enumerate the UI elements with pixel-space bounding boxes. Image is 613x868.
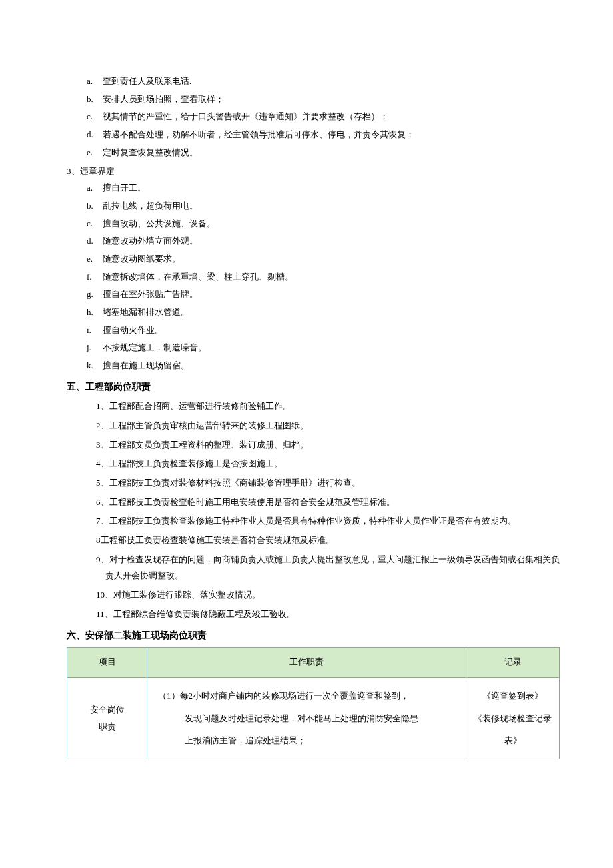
marker: e.: [87, 251, 103, 268]
item-text: 擅自开工。: [103, 183, 146, 193]
cell-duty: （1）每2小时对商户铺内的装修现场进行一次全覆盖巡查和签到， 发现问题及时处理记…: [147, 677, 466, 759]
item-text: 随意拆改墙体，在承重墙、梁、柱上穿孔、剔槽。: [103, 272, 293, 282]
item-text: 不按规定施工，制造噪音。: [103, 342, 207, 352]
marker: k.: [87, 358, 103, 374]
marker: c.: [87, 216, 103, 232]
list-item: 9、对于检查发现存在的问题，向商铺负责人或施工负责人提出整改意见，重大问题汇报上…: [96, 552, 560, 584]
marker: i.: [87, 322, 103, 339]
list-item: 2、工程部主管负责审核由运营部转来的装修工程图纸。: [96, 418, 560, 434]
list-item: 5、工程部技工负责对装修材料按照《商铺装修管理手册》进行检查。: [96, 475, 560, 492]
header-record: 记录: [466, 648, 560, 678]
list-item: e.定时复查恢复整改情况。: [87, 145, 560, 161]
list-item: b.安排人员到场拍照，查看取样；: [87, 91, 560, 108]
item-text: 乱拉电线，超负荷用电。: [103, 201, 198, 211]
item-text: 查到责任人及联系电话.: [103, 76, 191, 86]
marker: f.: [87, 269, 103, 286]
item-text: 擅自在室外张贴广告牌。: [103, 289, 198, 299]
list-item: i.擅自动火作业。: [87, 322, 560, 339]
list-item: j.不按规定施工，制造噪音。: [87, 340, 560, 356]
header-duty: 工作职责: [147, 648, 466, 678]
section-3-list: a.擅自开工。 b.乱拉电线，超负荷用电。 c.擅自改动、公共设施、设备。 d.…: [87, 180, 560, 374]
list-item: e.随意改动图纸要求。: [87, 251, 560, 268]
sublist-a: a.查到责任人及联系电话. b.安排人员到场拍照，查看取样； c.视其情节的严重…: [87, 73, 560, 161]
cell-line: （1）每2小时对商户铺内的装修现场进行一次全覆盖巡查和签到，: [158, 685, 460, 707]
list-item: 8工程部技工负责检查装修施工安装是否符合安装规范及标准。: [96, 532, 560, 549]
marker: g.: [87, 286, 103, 303]
item-text: 随意改动外墙立面外观。: [103, 236, 198, 246]
cell-line: 表》: [472, 729, 554, 752]
item-text: 擅自动火作业。: [103, 325, 163, 335]
item-text: 堵塞地漏和排水管道。: [103, 307, 189, 317]
marker: b.: [87, 91, 103, 108]
table-row: 安全岗位 职责 （1）每2小时对商户铺内的装修现场进行一次全覆盖巡查和签到， 发…: [67, 677, 560, 759]
marker: e.: [87, 145, 103, 161]
cell-line: 发现问题及时处理记录处理，对不能马上处理的消防安全隐患: [158, 707, 460, 730]
duties-table: 项目 工作职责 记录 安全岗位 职责 （1）每2小时对商户铺内的装修现场进行一次…: [67, 647, 560, 759]
list-item: 11、工程部综合维修负责装修隐蔽工程及竣工验收。: [96, 606, 560, 623]
marker: a.: [87, 180, 103, 197]
list-item: a.查到责任人及联系电话.: [87, 73, 560, 90]
list-item: 7、工程部技工负责检查装修施工特种作业人员是否具有特种作业资质，特种作业人员作业…: [96, 513, 560, 530]
marker: d.: [87, 233, 103, 250]
cell-record: 《巡查签到表》 《装修现场检查记录 表》: [466, 677, 560, 759]
item-text: 若遇不配合处理，劝解不听者，经主管领导批准后可停水、停电，并责令其恢复；: [103, 129, 414, 139]
list-item: b.乱拉电线，超负荷用电。: [87, 198, 560, 215]
list-item: a.擅自开工。: [87, 180, 560, 197]
list-item: 1、工程部配合招商、运营部进行装修前验铺工作。: [96, 398, 560, 415]
list-item: 10、对施工装修进行跟踪、落实整改情况。: [96, 587, 560, 604]
list-item: d.若遇不配合处理，劝解不听者，经主管领导批准后可停水、停电，并责令其恢复；: [87, 127, 560, 143]
item-text: 安排人员到场拍照，查看取样；: [103, 94, 224, 104]
section-5-list: 1、工程部配合招商、运营部进行装修前验铺工作。 2、工程部主管负责审核由运营部转…: [96, 398, 560, 622]
list-item: 6、工程部技工负责检查临时施工用电安装使用是否符合安全规范及管理标准。: [96, 494, 560, 511]
item-text: 视其情节的严重性，给于口头警告或开《违章通知》并要求整改（存档）；: [103, 111, 388, 121]
list-item: 3、工程部文员负责工程资料的整理、装订成册、归档。: [96, 437, 560, 454]
item-text: 随意改动图纸要求。: [103, 254, 181, 264]
marker: a.: [87, 73, 103, 90]
marker: d.: [87, 127, 103, 143]
list-item: d.随意改动外墙立面外观。: [87, 233, 560, 250]
list-item: k.擅自在施工现场留宿。: [87, 358, 560, 374]
section-5-header: 五、工程部岗位职责: [67, 378, 560, 396]
cell-line: 上报消防主管，追踪处理结果；: [158, 729, 460, 752]
cell-line: 安全岗位: [73, 702, 141, 719]
list-item: c.视其情节的严重性，给于口头警告或开《违章通知》并要求整改（存档）；: [87, 109, 560, 125]
cell-line: 职责: [73, 719, 141, 735]
marker: c.: [87, 109, 103, 125]
section-6-header: 六、安保部二装施工现场岗位职责: [67, 627, 560, 645]
item-text: 擅自改动、公共设施、设备。: [103, 218, 215, 228]
duties-table-wrap: 项目 工作职责 记录 安全岗位 职责 （1）每2小时对商户铺内的装修现场进行一次…: [67, 647, 560, 759]
list-item: g.擅自在室外张贴广告牌。: [87, 286, 560, 303]
marker: b.: [87, 198, 103, 215]
list-item: 4、工程部技工负责检查装修施工是否按图施工。: [96, 456, 560, 472]
list-item: f.随意拆改墙体，在承重墙、梁、柱上穿孔、剔槽。: [87, 269, 560, 286]
marker: j.: [87, 340, 103, 356]
header-item: 项目: [67, 648, 147, 678]
cell-line: 《巡查签到表》: [472, 685, 554, 707]
cell-item: 安全岗位 职责: [67, 677, 147, 759]
item-text: 擅自在施工现场留宿。: [103, 360, 189, 370]
item-text: 定时复查恢复整改情况。: [103, 147, 198, 157]
list-item: c.擅自改动、公共设施、设备。: [87, 216, 560, 232]
marker: h.: [87, 304, 103, 321]
list-item: h.堵塞地漏和排水管道。: [87, 304, 560, 321]
cell-line: 《装修现场检查记录: [472, 707, 554, 730]
section-3-title: 3、违章界定: [67, 163, 560, 180]
table-header-row: 项目 工作职责 记录: [67, 648, 560, 678]
